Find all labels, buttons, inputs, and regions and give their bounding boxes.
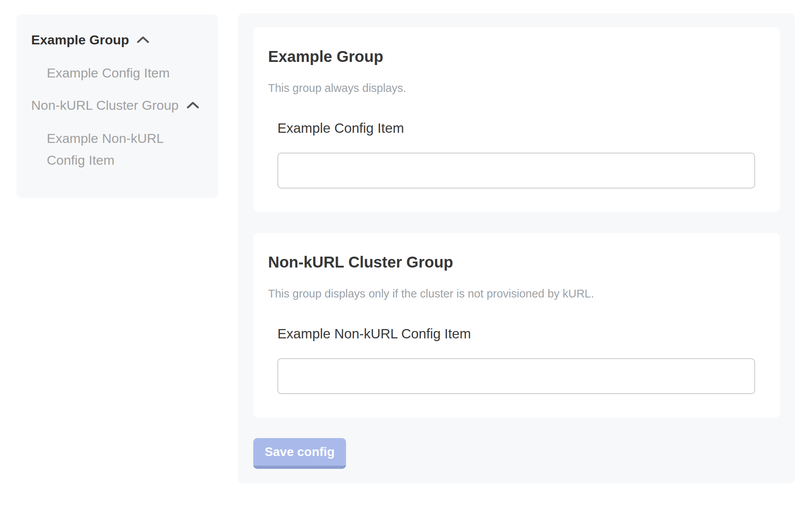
group-title: Example Group bbox=[268, 47, 765, 66]
group-description: This group always displays. bbox=[268, 81, 765, 95]
sidebar-group-label: Example Group bbox=[31, 32, 129, 48]
config-group-card-non-kurl-cluster-group: Non-kURL Cluster Group This group displa… bbox=[253, 233, 780, 418]
sidebar-group-label: Non-kURL Cluster Group bbox=[31, 97, 179, 113]
config-main-panel: Example Group This group always displays… bbox=[238, 13, 795, 484]
sidebar-item-example-config-item[interactable]: Example Config Item bbox=[47, 62, 203, 84]
config-field: Example Non-kURL Config Item bbox=[277, 326, 765, 394]
config-nav-sidebar: Example Group Example Config Item Non-kU… bbox=[16, 14, 218, 198]
group-title: Non-kURL Cluster Group bbox=[268, 252, 765, 272]
chevron-up-icon[interactable] bbox=[137, 36, 149, 44]
config-group-card-example-group: Example Group This group always displays… bbox=[253, 27, 780, 212]
sidebar-item-example-non-kurl-config-item[interactable]: Example Non-kURL Config Item bbox=[47, 127, 203, 171]
field-label: Example Config Item bbox=[277, 120, 765, 136]
save-config-button[interactable]: Save config bbox=[253, 438, 346, 469]
chevron-up-icon[interactable] bbox=[187, 101, 199, 109]
sidebar-group-example-group[interactable]: Example Group bbox=[31, 32, 204, 48]
example-config-item-input[interactable] bbox=[277, 153, 755, 188]
example-non-kurl-config-item-input[interactable] bbox=[277, 358, 755, 394]
field-label: Example Non-kURL Config Item bbox=[277, 326, 765, 342]
config-field: Example Config Item bbox=[277, 120, 765, 188]
sidebar-group-non-kurl-cluster-group[interactable]: Non-kURL Cluster Group bbox=[31, 97, 204, 113]
group-description: This group displays only if the cluster … bbox=[268, 287, 765, 301]
